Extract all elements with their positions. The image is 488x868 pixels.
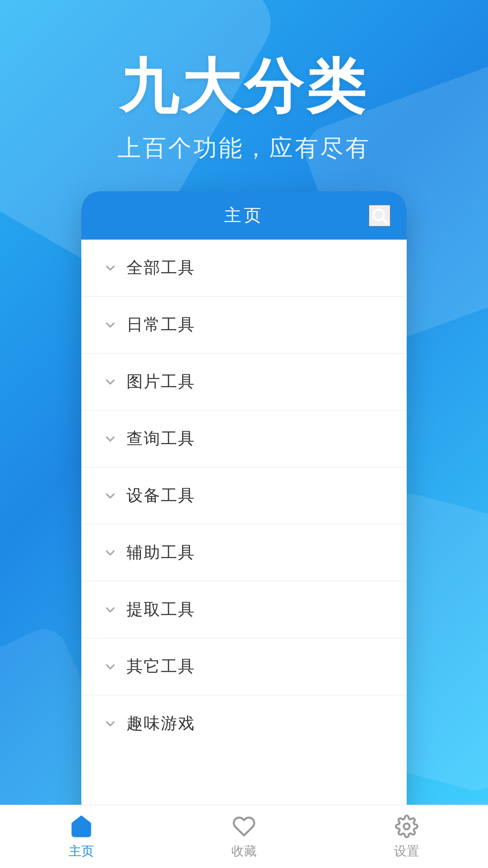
settings-icon — [395, 815, 418, 838]
menu-item-label: 全部工具 — [127, 257, 195, 279]
menu-item-other-tools[interactable]: 其它工具 — [81, 638, 407, 695]
chevron-down-icon — [103, 432, 117, 446]
tab-settings[interactable]: 设置 — [361, 814, 452, 860]
menu-item-label: 辅助工具 — [127, 542, 195, 564]
heart-icon — [232, 815, 256, 838]
menu-item-label: 查询工具 — [127, 428, 195, 450]
menu-item-all-tools[interactable]: 全部工具 — [81, 240, 407, 297]
menu-item-label: 日常工具 — [127, 314, 195, 336]
search-button[interactable] — [369, 205, 390, 226]
menu-item-image-tools[interactable]: 图片工具 — [81, 354, 407, 410]
search-icon — [371, 207, 389, 225]
menu-item-daily-tools[interactable]: 日常工具 — [81, 297, 407, 354]
menu-item-label: 提取工具 — [127, 599, 195, 621]
card-header: 主页 — [81, 191, 407, 240]
menu-item-assist-tools[interactable]: 辅助工具 — [81, 524, 407, 581]
tab-label-favorites: 收藏 — [231, 843, 257, 860]
tab-label-settings: 设置 — [394, 843, 419, 860]
header-area: 九大分类 上百个功能，应有尽有 — [0, 0, 488, 191]
main-card: 主页 全部工具 日常工具 图片工具 — [81, 191, 407, 868]
menu-item-device-tools[interactable]: 设备工具 — [81, 467, 407, 524]
menu-list: 全部工具 日常工具 图片工具 查询工具 设备工具 辅助工具 — [81, 240, 407, 868]
chevron-down-icon — [103, 489, 117, 503]
card-title: 主页 — [224, 204, 264, 227]
chevron-down-icon — [103, 375, 117, 389]
home-icon — [70, 815, 93, 838]
menu-item-query-tools[interactable]: 查询工具 — [81, 410, 407, 467]
tab-label-home: 主页 — [69, 843, 94, 860]
tab-favorites[interactable]: 收藏 — [199, 814, 289, 860]
menu-item-label: 图片工具 — [127, 371, 195, 393]
tab-home[interactable]: 主页 — [36, 814, 127, 860]
menu-item-fun-games[interactable]: 趣味游戏 — [81, 695, 407, 752]
svg-point-2 — [404, 823, 410, 829]
tab-icon-settings — [394, 814, 419, 839]
chevron-down-icon — [103, 261, 117, 275]
chevron-down-icon — [103, 603, 117, 617]
menu-item-label: 其它工具 — [127, 656, 195, 678]
main-title: 九大分类 — [119, 54, 369, 119]
chevron-down-icon — [103, 717, 117, 731]
chevron-down-icon — [103, 660, 117, 674]
chevron-down-icon — [103, 318, 117, 332]
svg-line-1 — [383, 219, 387, 223]
menu-item-label: 设备工具 — [127, 485, 195, 507]
sub-title: 上百个功能，应有尽有 — [117, 132, 371, 164]
menu-item-extract-tools[interactable]: 提取工具 — [81, 581, 407, 638]
chevron-down-icon — [103, 546, 117, 560]
tab-bar: 主页 收藏 设置 — [0, 805, 488, 868]
tab-icon-home — [69, 814, 94, 839]
tab-icon-favorites — [231, 814, 257, 839]
menu-item-label: 趣味游戏 — [127, 712, 195, 735]
